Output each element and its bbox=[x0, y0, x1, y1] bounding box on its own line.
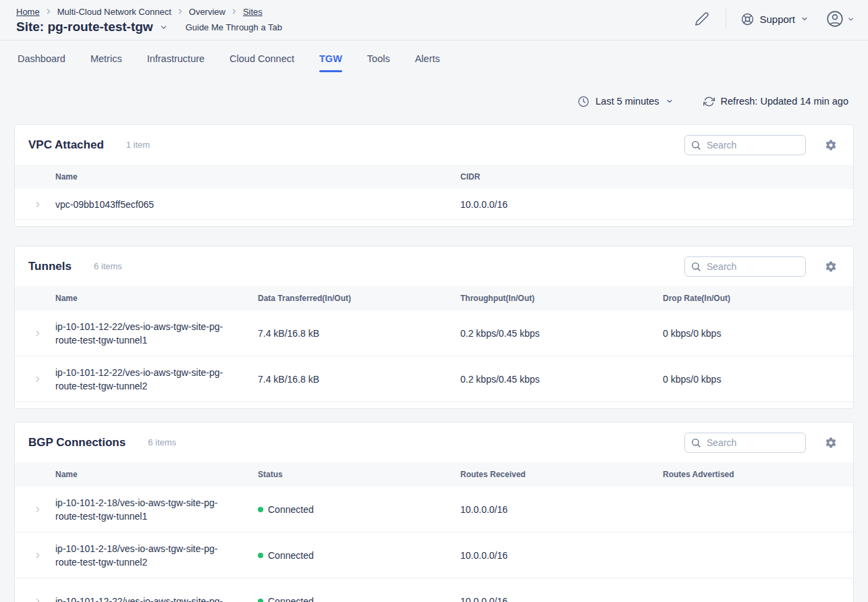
tab-dashboard[interactable]: Dashboard bbox=[18, 40, 65, 77]
brush-edit-icon[interactable] bbox=[695, 11, 709, 26]
card-padding bbox=[15, 220, 853, 226]
column-header-name: Name bbox=[55, 468, 258, 481]
item-count: 6 items bbox=[94, 261, 122, 271]
status-label: Connected bbox=[268, 595, 314, 602]
expand-row-icon[interactable] bbox=[33, 551, 43, 560]
tunnel-throughput: 0.2 kbps/0.45 kbps bbox=[460, 373, 663, 386]
search-icon bbox=[690, 140, 701, 150]
vpc-cidr: 10.0.0.0/16 bbox=[460, 198, 853, 211]
breadcrumb-mcn-connect: Multi-Cloud Network Connect bbox=[57, 7, 171, 17]
search-box bbox=[684, 135, 806, 155]
chevron-right-icon bbox=[230, 7, 238, 16]
chevron-right-icon bbox=[45, 7, 53, 16]
clock-icon bbox=[578, 96, 589, 107]
breadcrumb-overview: Overview bbox=[189, 7, 225, 17]
card-header: Tunnels 6 items bbox=[15, 246, 853, 286]
status-dot-icon bbox=[258, 599, 263, 602]
chevron-right-icon bbox=[176, 7, 184, 16]
expand-row-icon[interactable] bbox=[33, 329, 43, 338]
status-dot-icon bbox=[258, 507, 263, 512]
column-header-routes-received: Routes Received bbox=[460, 468, 663, 481]
table-row: ip-10-101-12-22/ves-io-aws-tgw-site-pg-r… bbox=[15, 356, 853, 402]
bgp-routes-received: 10.0.0.0/16 bbox=[460, 503, 663, 516]
breadcrumb-sites[interactable]: Sites bbox=[243, 7, 263, 17]
divider bbox=[726, 9, 726, 29]
search-icon bbox=[690, 437, 701, 448]
chevron-down-icon bbox=[159, 23, 168, 32]
search-input[interactable] bbox=[684, 433, 806, 453]
expand-row-icon[interactable] bbox=[33, 375, 43, 384]
tab-bar: Dashboard Metrics Infrastructure Cloud C… bbox=[0, 40, 868, 77]
tab-tools[interactable]: Tools bbox=[367, 40, 390, 77]
chevron-down-icon bbox=[847, 16, 855, 23]
tunnel-drop-rate: 0 kbps/0 kbps bbox=[663, 327, 853, 340]
vpc-name: vpc-09bb1043ff5ecf065 bbox=[55, 198, 460, 211]
expand-row-icon[interactable] bbox=[33, 505, 43, 514]
table-row: ip-10-101-12-22/ves-io-aws-tgw-site-pg-r… bbox=[15, 310, 853, 356]
table-row: vpc-09bb1043ff5ecf065 10.0.0.0/16 bbox=[15, 189, 853, 220]
refresh-status-label: Refresh: Updated 14 min ago bbox=[721, 96, 848, 107]
vpc-attached-card: VPC Attached 1 item Name CIDR vpc-09bb10… bbox=[14, 124, 854, 227]
table-header-row: Name Data Transferred(In/Out) Throughput… bbox=[15, 286, 853, 310]
page-title: Site: pg-route-test-tgw bbox=[16, 20, 153, 34]
card-header: BGP Connections 6 items bbox=[15, 422, 853, 462]
expand-row-icon[interactable] bbox=[33, 597, 43, 602]
expand-row-icon[interactable] bbox=[33, 200, 43, 209]
column-header-data-transferred: Data Transferred(In/Out) bbox=[258, 292, 460, 305]
table-row: ip-10-101-12-22/ves-io-aws-tgw-site-pg- … bbox=[15, 578, 853, 602]
card-actions bbox=[684, 433, 837, 453]
search-box bbox=[684, 256, 806, 277]
item-count: 1 item bbox=[126, 140, 150, 150]
table-header-row: Name CIDR bbox=[15, 165, 853, 189]
tunnel-data-transferred: 7.4 kB/16.8 kB bbox=[258, 327, 460, 340]
tab-tgw[interactable]: TGW bbox=[319, 40, 342, 77]
time-range-selector[interactable]: Last 5 minutes bbox=[578, 96, 673, 107]
bgp-name: ip-10-101-2-18/ves-io-aws-tgw-site-pg-ro… bbox=[55, 496, 258, 523]
tunnel-name: ip-10-101-12-22/ves-io-aws-tgw-site-pg-r… bbox=[55, 320, 258, 347]
status-dot-icon bbox=[258, 553, 263, 558]
bgp-status: Connected bbox=[258, 595, 460, 602]
card-title: VPC Attached bbox=[28, 138, 104, 152]
header-actions: Support bbox=[695, 9, 855, 29]
top-header: Home Multi-Cloud Network Connect Overvie… bbox=[0, 0, 868, 40]
refresh-control[interactable]: Refresh: Updated 14 min ago bbox=[703, 96, 848, 107]
table-row: ip-10-101-2-18/ves-io-aws-tgw-site-pg-ro… bbox=[15, 532, 853, 578]
column-header-name: Name bbox=[55, 292, 258, 305]
bgp-routes-received: 10.0.0.0/16 bbox=[460, 595, 663, 602]
search-input[interactable] bbox=[684, 256, 806, 277]
card-title: BGP Connections bbox=[28, 436, 126, 449]
bgp-status: Connected bbox=[258, 549, 460, 562]
status-label: Connected bbox=[268, 549, 314, 562]
tunnel-throughput: 0.2 kbps/0.45 kbps bbox=[460, 327, 663, 340]
tab-cloud-connect[interactable]: Cloud Connect bbox=[229, 40, 294, 77]
card-padding bbox=[15, 402, 853, 408]
gear-icon[interactable] bbox=[825, 139, 837, 151]
page: Home Multi-Cloud Network Connect Overvie… bbox=[0, 0, 868, 602]
chevron-down-icon bbox=[666, 97, 674, 105]
card-title: Tunnels bbox=[28, 260, 72, 273]
site-title-dropdown[interactable]: Site: pg-route-test-tgw bbox=[16, 20, 168, 34]
guide-me-link[interactable]: Guide Me Through a Tab bbox=[186, 22, 282, 32]
tab-alerts[interactable]: Alerts bbox=[415, 40, 440, 77]
tab-metrics[interactable]: Metrics bbox=[90, 40, 122, 77]
tab-infrastructure[interactable]: Infrastructure bbox=[147, 40, 205, 77]
column-header-cidr: CIDR bbox=[460, 170, 853, 184]
card-header: VPC Attached 1 item bbox=[15, 125, 853, 165]
gear-icon[interactable] bbox=[825, 437, 837, 449]
bgp-status: Connected bbox=[258, 503, 460, 516]
gear-icon[interactable] bbox=[825, 261, 837, 273]
support-label: Support bbox=[759, 13, 795, 25]
chevron-down-icon bbox=[801, 15, 809, 23]
column-header-routes-advertised: Routes Advertised bbox=[663, 468, 853, 481]
support-menu[interactable]: Support bbox=[741, 13, 809, 26]
user-menu[interactable] bbox=[826, 10, 855, 28]
card-actions bbox=[684, 135, 837, 155]
column-header-status: Status bbox=[258, 468, 460, 481]
bgp-routes-received: 10.0.0.0/16 bbox=[460, 549, 663, 562]
status-label: Connected bbox=[268, 503, 314, 516]
bgp-connections-card: BGP Connections 6 items Name Status Rout… bbox=[14, 422, 854, 602]
controls-row: Last 5 minutes Refresh: Updated 14 min a… bbox=[0, 91, 868, 111]
search-input[interactable] bbox=[684, 135, 806, 155]
table-header-row: Name Status Routes Received Routes Adver… bbox=[15, 462, 853, 487]
breadcrumb-home[interactable]: Home bbox=[16, 7, 40, 17]
